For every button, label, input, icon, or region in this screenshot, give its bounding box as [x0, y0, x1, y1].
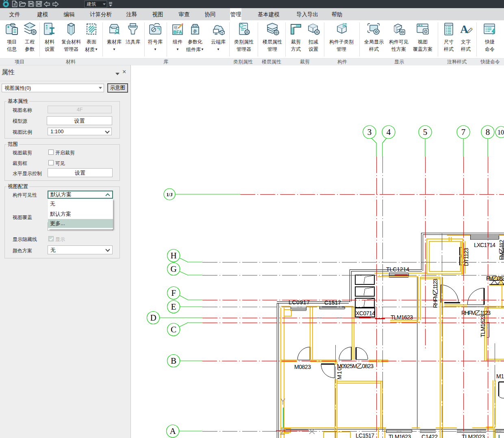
svg-text:3: 3 [367, 127, 372, 137]
svg-text:TLM1623: TLM1623 [389, 434, 411, 438]
svg-text:B: B [171, 356, 176, 366]
svg-text:D: D [150, 313, 156, 323]
svg-text:A: A [169, 426, 176, 436]
svg-text:TLM2023: TLM2023 [462, 434, 485, 438]
svg-text:TLC1214: TLC1214 [386, 266, 409, 273]
svg-text:TLM1623: TLM1623 [480, 315, 486, 337]
svg-text:LC0917: LC0917 [289, 299, 310, 306]
svg-text:5: 5 [423, 127, 428, 137]
svg-text:G: G [170, 264, 176, 274]
svg-text:参: 参 [193, 28, 198, 33]
svg-text:DT1123: DT1123 [463, 248, 469, 266]
svg-text:FM乙112: FM乙112 [498, 240, 504, 260]
svg-text:组: 组 [174, 26, 178, 30]
svg-text:RHFM乙1123: RHFM乙1123 [461, 310, 491, 316]
svg-text:XC0714: XC0714 [356, 310, 375, 317]
svg-text:1/J: 1/J [166, 192, 172, 197]
svg-text:10: 10 [497, 129, 504, 136]
svg-text:8: 8 [486, 127, 490, 137]
svg-text:M1: M1 [496, 373, 504, 379]
svg-text:M0823: M0823 [294, 364, 311, 370]
svg-text:H: H [170, 251, 176, 260]
svg-text:7: 7 [461, 127, 466, 137]
svg-text:M10: M10 [336, 367, 343, 379]
svg-text:C1422: C1422 [421, 434, 438, 438]
svg-text:建筑: 建筑 [87, 2, 96, 7]
svg-text:L: L [498, 434, 502, 438]
svg-text:RHFM乙1123: RHFM乙1123 [432, 279, 439, 308]
svg-text:FM乙082: FM乙082 [486, 275, 504, 282]
svg-text:F: F [171, 288, 176, 298]
svg-text:LC1517: LC1517 [356, 432, 374, 438]
svg-text:LXC1714: LXC1714 [474, 242, 495, 248]
svg-text:C1517: C1517 [324, 299, 341, 306]
svg-text:BFA: BFA [174, 30, 182, 35]
svg-text:4: 4 [387, 127, 391, 137]
svg-text:C: C [171, 325, 176, 334]
svg-text:A: A [460, 23, 468, 35]
svg-text:E: E [171, 302, 176, 312]
svg-text:TLM1623: TLM1623 [391, 314, 413, 321]
